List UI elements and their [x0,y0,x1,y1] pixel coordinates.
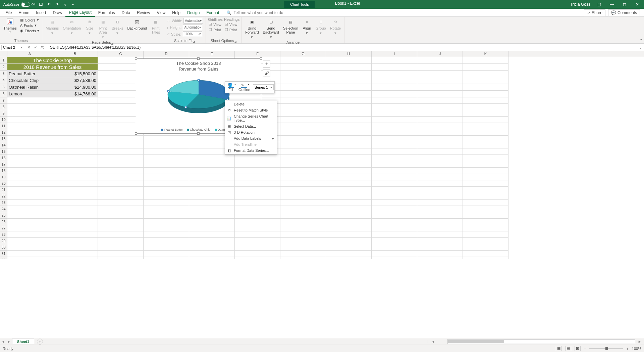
cell[interactable] [52,257,98,259]
col-header-a[interactable]: A [7,51,52,57]
cell[interactable] [326,200,372,206]
cell[interactable] [463,174,508,180]
cell[interactable] [463,57,508,64]
cell[interactable] [372,200,417,206]
tab-data[interactable]: Data [118,9,133,16]
zoom-level[interactable]: 100% [632,347,641,351]
cell[interactable] [372,117,417,123]
cell[interactable] [417,251,463,257]
cell[interactable] [98,219,144,225]
scale-field[interactable]: ⤢Scale:100%⇵ [166,31,204,37]
cell[interactable] [144,187,189,193]
enter-formula-icon[interactable]: ✓ [32,45,39,50]
cell[interactable] [98,206,144,212]
cell[interactable] [280,193,326,200]
ctx-3d-rotation[interactable]: ◳3-D Rotation... [225,129,277,135]
cell[interactable] [326,129,372,136]
cell[interactable] [463,155,508,161]
cell[interactable] [372,244,417,251]
cell[interactable] [280,187,326,193]
size-button[interactable]: 🗎Size▾ [84,17,96,36]
row-header-32[interactable]: 32 [0,257,7,259]
cell[interactable] [372,174,417,180]
cell[interactable] [417,97,463,104]
width-field[interactable]: ↔Width:Automatic▾ [166,17,204,24]
themes-button[interactable]: Aa Themes▾ [2,17,18,35]
cell[interactable] [189,231,235,238]
gridlines-print-check[interactable]: ☐Print [208,27,222,32]
cell[interactable] [372,257,417,259]
cell[interactable] [7,187,52,193]
cell[interactable] [52,187,98,193]
cell-value[interactable]: $24,980.00 [52,84,98,91]
cell[interactable] [463,231,508,238]
row-header-20[interactable]: 20 [0,180,7,187]
cell[interactable] [280,168,326,174]
cell[interactable] [144,136,189,142]
cell[interactable] [7,117,52,123]
cell[interactable] [144,244,189,251]
cell[interactable] [372,71,417,77]
cell[interactable] [326,193,372,200]
cell[interactable] [463,71,508,77]
cell[interactable] [372,168,417,174]
cell[interactable] [417,57,463,64]
cell[interactable] [189,257,235,259]
cell[interactable] [326,77,372,84]
cell[interactable] [326,257,372,259]
breaks-button[interactable]: ⊟Breaks▾ [110,17,124,36]
cell[interactable] [98,212,144,219]
ctx-select-data[interactable]: ▦Select Data... [225,123,277,129]
cell[interactable] [280,174,326,180]
cell[interactable] [372,129,417,136]
cell[interactable] [280,136,326,142]
margins-button[interactable]: ▤Margins▾ [44,17,60,36]
cell[interactable] [52,142,98,148]
cell[interactable] [235,155,280,161]
cell[interactable] [326,117,372,123]
fonts-button[interactable]: AFonts▾ [19,23,40,28]
row-header-31[interactable]: 31 [0,251,7,257]
cell-label[interactable]: Peanut Butter [7,71,52,77]
cell[interactable] [189,200,235,206]
cell[interactable] [7,231,52,238]
cell[interactable] [235,225,280,231]
cell[interactable] [417,231,463,238]
cell[interactable] [98,155,144,161]
row-header-22[interactable]: 22 [0,193,7,200]
cell[interactable] [98,174,144,180]
print-titles-button[interactable]: ▦Print Titles [150,17,162,35]
cell[interactable] [463,117,508,123]
cell[interactable] [280,238,326,244]
cell[interactable] [189,161,235,168]
cell[interactable] [463,187,508,193]
cell[interactable] [372,219,417,225]
row-header-7[interactable]: 7 [0,97,7,104]
undo-icon[interactable]: ↶ [46,2,52,7]
cell[interactable] [326,104,372,110]
cell[interactable] [280,219,326,225]
cell[interactable] [417,168,463,174]
cell[interactable] [235,231,280,238]
cell[interactable] [463,110,508,117]
cell[interactable] [280,97,326,104]
cell[interactable] [372,57,417,64]
cell[interactable] [417,155,463,161]
cell[interactable] [463,129,508,136]
cell[interactable] [235,200,280,206]
col-header-i[interactable]: I [372,51,417,57]
tab-page-layout[interactable]: Page Layout [65,9,95,17]
cell[interactable] [372,187,417,193]
cell[interactable] [417,117,463,123]
orientation-button[interactable]: ▭Orientation▾ [61,17,82,36]
cell[interactable] [144,219,189,225]
cell[interactable] [144,161,189,168]
cell[interactable] [280,225,326,231]
cell[interactable] [372,238,417,244]
row-header-15[interactable]: 15 [0,148,7,155]
cell[interactable] [326,161,372,168]
cell[interactable] [463,257,508,259]
cell[interactable] [144,180,189,187]
maximize-icon[interactable]: ◻ [621,1,629,8]
row-header-2[interactable]: 2 [0,64,7,71]
